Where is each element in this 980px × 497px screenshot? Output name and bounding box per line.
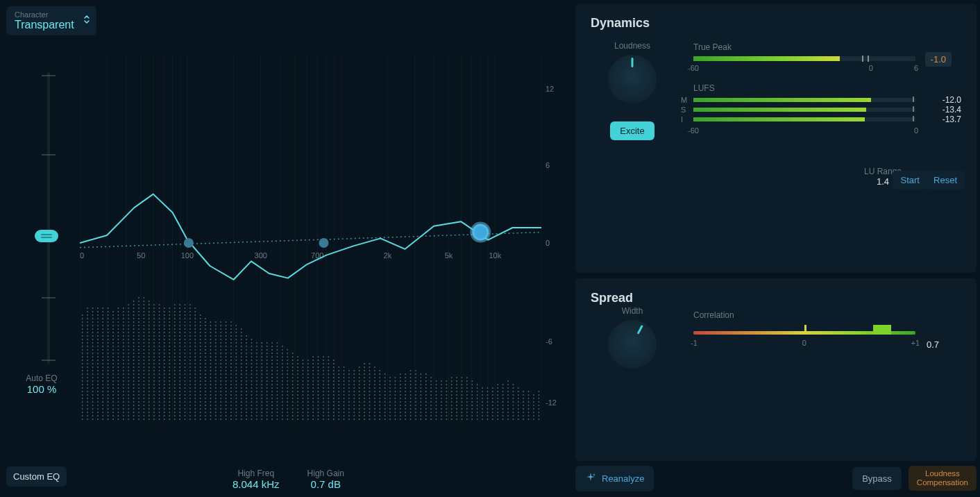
svg-point-647 [174, 398, 176, 399]
svg-point-598 [164, 339, 165, 340]
svg-point-661 [174, 349, 176, 351]
high-freq-readout[interactable]: High Freq 8.044 kHz [233, 469, 280, 490]
lufs-channel-label: S [681, 106, 686, 114]
svg-point-200 [108, 419, 109, 420]
start-button[interactable]: Start [893, 171, 928, 189]
svg-point-1476 [344, 373, 345, 375]
svg-point-342 [128, 380, 129, 382]
svg-point-1274 [287, 360, 288, 361]
svg-point-1393 [323, 412, 324, 413]
svg-point-1539 [364, 370, 365, 371]
svg-point-1084 [246, 373, 247, 375]
loudness-knob[interactable] [608, 55, 657, 103]
eq-plot[interactable]: 20501003007002k5k10k 12 6 0 -6 -12 [80, 56, 541, 423]
svg-point-1772 [451, 394, 453, 396]
svg-point-1025 [235, 387, 237, 389]
auto-eq-slider-track[interactable] [47, 72, 50, 364]
character-selector[interactable]: Character Transparent [6, 6, 96, 35]
width-knob[interactable] [608, 320, 657, 369]
auto-eq-tick [42, 154, 56, 155]
svg-point-1137 [256, 360, 257, 361]
svg-point-407 [138, 394, 140, 396]
svg-point-778 [194, 415, 196, 416]
svg-point-1708 [425, 398, 427, 399]
svg-point-85 [87, 360, 88, 361]
svg-point-103 [92, 412, 94, 413]
svg-point-436 [143, 419, 144, 420]
svg-point-749 [189, 398, 191, 399]
svg-point-1800 [462, 387, 463, 389]
svg-point-1928 [523, 408, 524, 410]
reanalyze-button[interactable]: Reanalyze [575, 466, 654, 491]
excite-button[interactable]: Excite [610, 121, 654, 140]
svg-point-1024 [235, 391, 237, 392]
svg-point-1026 [235, 384, 237, 385]
svg-point-793 [194, 363, 196, 364]
svg-point-1836 [477, 394, 478, 396]
svg-point-366 [133, 415, 135, 416]
svg-point-1119 [251, 339, 253, 340]
svg-point-866 [205, 332, 206, 333]
svg-point-1650 [405, 398, 406, 399]
svg-point-1646 [405, 412, 406, 413]
svg-point-688 [179, 373, 180, 375]
svg-point-293 [118, 321, 119, 323]
svg-point-1109 [251, 373, 253, 375]
bypass-button[interactable]: Bypass [852, 467, 902, 490]
eq-node[interactable] [184, 238, 194, 248]
svg-point-1827 [471, 384, 473, 385]
svg-point-623 [169, 367, 170, 368]
eq-node[interactable] [472, 224, 489, 241]
svg-point-209 [108, 387, 109, 389]
svg-point-316 [123, 356, 124, 357]
svg-point-1246 [282, 380, 283, 382]
svg-point-520 [153, 373, 155, 375]
svg-point-849 [205, 391, 206, 392]
svg-point-1391 [323, 419, 324, 420]
svg-point-525 [153, 356, 155, 357]
svg-point-1016 [235, 419, 237, 420]
svg-point-144 [97, 384, 99, 385]
svg-point-1513 [359, 405, 360, 406]
true-peak-value[interactable]: -1.0 [925, 52, 952, 67]
svg-point-1184 [267, 356, 268, 357]
svg-point-1241 [282, 398, 283, 399]
svg-point-765 [189, 342, 191, 344]
svg-point-471 [143, 297, 144, 298]
svg-text:50: 50 [137, 251, 145, 260]
auto-eq-slider-handle[interactable] [35, 230, 58, 242]
svg-point-1893 [507, 415, 509, 416]
eq-node[interactable] [319, 238, 328, 248]
reset-button[interactable]: Reset [925, 171, 965, 189]
svg-point-1327 [303, 384, 304, 385]
svg-point-1038 [235, 342, 237, 344]
svg-point-459 [143, 339, 144, 340]
svg-point-1074 [246, 408, 247, 410]
svg-point-1473 [344, 384, 345, 385]
svg-text:700: 700 [311, 251, 323, 260]
svg-point-179 [102, 377, 103, 378]
svg-point-1262 [287, 401, 288, 403]
svg-point-77 [87, 387, 88, 389]
svg-point-108 [92, 394, 94, 396]
svg-point-787 [194, 384, 196, 385]
loudness-compensation-button[interactable]: LoudnessCompensation [909, 466, 977, 490]
high-gain-readout[interactable]: High Gain 0.7 dB [307, 469, 344, 490]
svg-point-1158 [261, 367, 262, 368]
svg-point-1779 [456, 415, 457, 416]
svg-point-1117 [251, 346, 253, 347]
svg-point-1411 [328, 415, 329, 416]
svg-point-214 [108, 370, 109, 371]
svg-point-1107 [251, 380, 253, 382]
svg-point-1145 [261, 412, 262, 413]
svg-point-1094 [246, 339, 247, 340]
svg-point-224 [108, 335, 109, 337]
svg-point-1430 [333, 415, 335, 416]
svg-point-1399 [323, 391, 324, 392]
svg-point-555 [159, 370, 160, 371]
svg-point-619 [169, 380, 170, 382]
svg-point-988 [230, 415, 232, 416]
svg-point-705 [179, 314, 180, 316]
svg-point-578 [164, 408, 165, 410]
custom-eq-button[interactable]: Custom EQ [6, 466, 67, 487]
